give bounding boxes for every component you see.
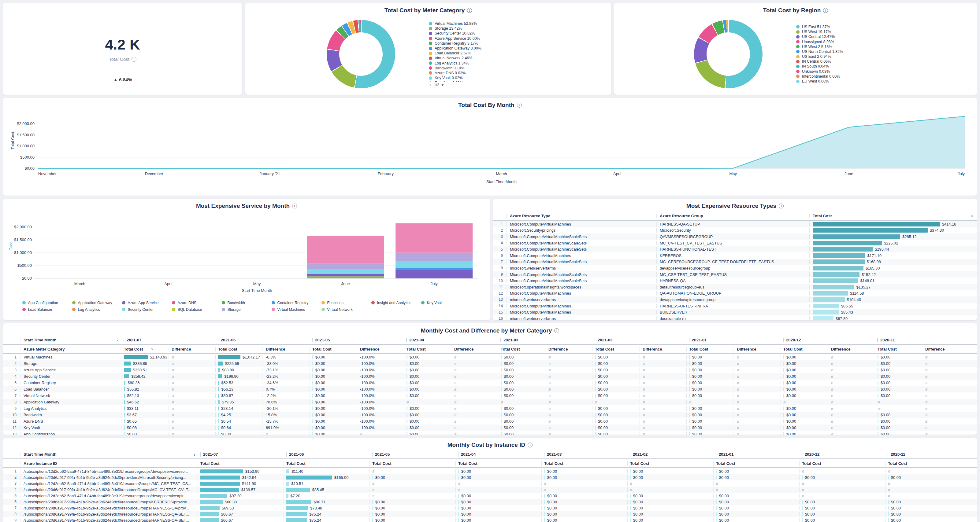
column-header-total-cost[interactable]: Total Cost (369, 461, 455, 466)
legend-item[interactable]: Functions (321, 300, 371, 305)
column-header-total-cost[interactable]: Total Cost (809, 214, 977, 218)
table-row[interactable]: 13 microsoft.web/serverfarms devappservi… (493, 297, 977, 303)
table-row[interactable]: 6Load Balancer$55.82ø$56.230.7%$0.00-100… (3, 386, 977, 392)
legend-item[interactable]: Virtual Machines 52.88% (429, 21, 530, 26)
legend-item[interactable]: Bandwidth 0.19% (429, 66, 530, 71)
info-icon[interactable]: i (554, 328, 559, 333)
table-row[interactable]: 8 microsoft.web/serverfarms devappservic… (493, 265, 977, 271)
legend-item[interactable]: Log Analytics 1.34% (429, 61, 530, 66)
legend-item[interactable]: Virtual Machines (272, 307, 321, 312)
service-by-month-stacked-bar-chart[interactable]: $0.00$500.00$1,000.00$1,500.00$2,000.00M… (8, 209, 484, 298)
info-icon[interactable]: i (292, 203, 297, 208)
info-icon[interactable]: i (517, 103, 522, 108)
legend-item[interactable]: US East 2 0.94% (796, 54, 897, 59)
info-icon[interactable]: i (528, 443, 533, 447)
column-header-difference[interactable]: Difference (356, 347, 404, 351)
table-row[interactable]: 6/subscriptions/20d6a917-99fa-4b1b-9b2e-… (3, 499, 977, 505)
column-header-difference[interactable]: Difference (545, 347, 592, 351)
table-row[interactable]: 5/subscriptions/12d2db62-5aa9-471d-84bb-… (3, 493, 977, 499)
column-header-resource-type[interactable]: Azure Resource Type (506, 214, 656, 218)
legend-item[interactable]: IN Central 0.06% (796, 59, 897, 64)
legend-item[interactable]: US Central 12.47% (796, 34, 897, 39)
legend-item[interactable]: Application Gateway 3.00% (429, 46, 530, 51)
legend-item[interactable]: Security Center (122, 307, 172, 312)
column-header-total-cost[interactable]: Total Cost (713, 461, 799, 466)
info-icon[interactable]: i (779, 203, 784, 208)
column-header-difference[interactable]: Difference (168, 347, 215, 351)
column-header-difference[interactable]: Difference (733, 347, 781, 351)
legend-item[interactable]: App Configuration (22, 300, 72, 305)
pager-down-icon[interactable]: ▼ (441, 83, 444, 87)
table-row[interactable]: 10 Microsoft.Compute/virtualMachineScale… (493, 278, 977, 284)
legend-item[interactable]: Security Center 10.82% (429, 31, 530, 36)
column-header-total-cost[interactable]: Total Cost (197, 461, 283, 466)
column-header-difference[interactable]: Difference (262, 347, 310, 351)
legend-item[interactable]: Log Analytics (72, 307, 122, 312)
table-row[interactable]: 5Container Registry$80.36ø$52.53-34.6%$0… (3, 379, 977, 386)
legend-item[interactable]: Azure App Service (122, 300, 172, 305)
legend-item[interactable]: EU West 0.00% (796, 79, 897, 84)
sort-caret-icon[interactable]: ∨ (971, 214, 973, 218)
table-row[interactable]: 9Log Analytics$33.11ø$23.14-30.1%$0.00-1… (3, 405, 977, 412)
legend-item[interactable]: IN South 0.04% (796, 64, 897, 69)
column-header-difference[interactable]: Difference (828, 347, 875, 351)
pager-up-icon[interactable]: ▲ (429, 83, 432, 87)
table-row[interactable]: 2/subscriptions/20d6a917-99fa-4b1b-9b2e-… (3, 474, 977, 481)
column-header-total-cost[interactable]: Total Cost (686, 347, 733, 351)
legend-item[interactable]: Insight and Analytics (371, 300, 421, 305)
legend-item[interactable]: Container Registry (272, 300, 321, 305)
table-row[interactable]: 7/subscriptions/20d6a917-99fa-4b1b-9b2e-… (3, 505, 977, 511)
column-header-total-cost[interactable]: Total Cost ∨ (121, 347, 168, 351)
table-row[interactable]: 9 Microsoft.Compute/virtualMachineScaleS… (493, 271, 977, 278)
column-header-total-cost[interactable]: Total Cost (404, 347, 451, 351)
column-header-total-cost[interactable]: Total Cost (885, 461, 971, 466)
table-row[interactable]: 1/subscriptions/12d2db62-5aa9-471d-84bb-… (3, 468, 977, 474)
legend-item[interactable]: Intercontinental 0.00% (796, 74, 897, 79)
column-header-resource-group[interactable]: Azure Resource Group (656, 214, 809, 218)
meter-category-donut-chart[interactable] (327, 20, 395, 88)
region-donut-chart[interactable] (694, 20, 762, 88)
legend-item[interactable]: Unassigned 8.93% (796, 39, 897, 44)
table-row[interactable]: 3 Microsoft.Compute/virtualMachineScaleS… (493, 233, 977, 240)
legend-item[interactable]: Azure App Service 10.00% (429, 36, 530, 41)
info-icon[interactable]: i (467, 8, 472, 13)
table-row[interactable]: 1Virtual Machines$1,143.93ø$1,072.17-6.3… (3, 354, 977, 360)
legend-item[interactable]: Functions 0.00% (429, 80, 530, 82)
legend-item[interactable]: Key Vault 0.02% (429, 76, 530, 80)
collapse-chevron-icon[interactable]: ‹ (194, 452, 197, 457)
info-icon[interactable]: i (823, 8, 828, 13)
column-header-total-cost[interactable]: Total Cost (799, 461, 885, 466)
column-header-total-cost[interactable]: Total Cost (627, 461, 713, 466)
column-header-total-cost[interactable]: Total Cost (875, 347, 922, 351)
legend-item[interactable]: US West 19.17% (796, 29, 897, 34)
legend-item[interactable]: Virtual Network (321, 307, 371, 312)
column-header-total-cost[interactable]: Total Cost (592, 347, 639, 351)
table-row[interactable]: 12Key Vault$0.08ø$0.64691.0%$0.00-100.0%… (3, 425, 977, 431)
table-row[interactable]: 6 Microsoft.Compute/virtualMachines KERB… (493, 252, 977, 259)
table-row[interactable]: 4/subscriptions/20d6a917-99fa-4b1b-9b2e-… (3, 487, 977, 493)
legend-item[interactable]: US West 2 5.18% (796, 44, 897, 49)
column-header-total-cost[interactable]: Total Cost (541, 461, 627, 466)
table-row[interactable]: 8/subscriptions/20d6a917-99fa-4b1b-9b2e-… (3, 511, 977, 517)
table-row[interactable]: 14 Microsoft.Compute/virtualMachines HAR… (493, 303, 977, 309)
table-row[interactable]: 11 microsoft.operationalinsights/workspa… (493, 284, 977, 290)
table-row[interactable]: 3/subscriptions/12d2db62-5aa9-471d-84bb-… (3, 481, 977, 487)
legend-item[interactable]: SQL Database (172, 307, 222, 312)
collapse-chevron-icon[interactable]: ‹ (117, 337, 121, 343)
table-row[interactable]: 9/subscriptions/20d6a917-99fa-4b1b-9b2e-… (3, 517, 977, 522)
table-row[interactable]: 11Azure DNS$0.65ø$0.54-15.7%$0.00-100.0%… (3, 418, 977, 425)
legend-item[interactable]: Key Vault (421, 300, 471, 305)
column-header-total-cost[interactable]: Total Cost (215, 347, 262, 351)
table-row[interactable]: 16 microsoft.web/serverfarms docexample-… (493, 316, 977, 320)
table-row[interactable]: 15 Microsoft.Compute/virtualMachines BUI… (493, 309, 977, 316)
table-row[interactable]: 12 Microsoft.Compute/virtualMachines QA-… (493, 290, 977, 297)
table-row[interactable]: 5 Microsoft.Compute/virtualMachineScaleS… (493, 246, 977, 252)
column-header-total-cost[interactable]: Total Cost (310, 347, 356, 351)
legend-item[interactable]: Bandwidth (222, 300, 272, 305)
table-row[interactable]: 3Azure App Service$330.51ø$88.80-73.1%$0… (3, 367, 977, 373)
table-row[interactable]: 7Virtual Network$52.13ø$50.97-2.2%$0.00-… (3, 392, 977, 399)
table-row[interactable]: 13App Configuration$0.00ø$0.00ø$0.00ø$0.… (3, 431, 977, 435)
legend-item[interactable]: US East 51.37% (796, 24, 897, 29)
legend-item[interactable]: Load Balancer 2.67% (429, 51, 530, 56)
legend-item[interactable]: Virtual Network 2.46% (429, 56, 530, 60)
